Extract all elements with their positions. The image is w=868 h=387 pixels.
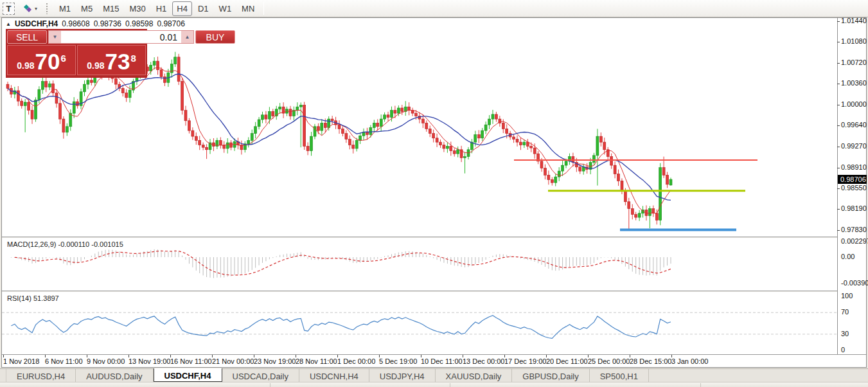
sell-button[interactable]: SELL (7, 30, 47, 44)
tab-eurusd-h4[interactable]: EURUSD,H4 (6, 369, 76, 382)
date-axis-label: 5 Dec 19:00 (379, 357, 417, 365)
date-axis-label: 28 Nov 11:00 (296, 357, 337, 365)
price-axis-label: 0.99270 (841, 142, 867, 150)
date-axis-label: 16 Nov 11:00 (170, 357, 212, 365)
timeframe-button-m15[interactable]: M15 (98, 1, 123, 16)
timeframe-button-m1[interactable]: M1 (55, 1, 75, 16)
price-axis-label: 1.01080 (841, 37, 867, 45)
tab-sp500-h1[interactable]: SP500,H1 (590, 369, 649, 382)
date-axis-label: 1 Dec 00:00 (337, 357, 375, 365)
rsi-label: RSI(14) 51.3897 (7, 294, 59, 302)
timeframe-button-m30[interactable]: M30 (125, 1, 150, 16)
price-axis-label: 0.98190 (841, 204, 867, 212)
price-axis-label: 0.98550 (841, 184, 867, 192)
quote-low: 0.98598 (125, 19, 153, 28)
buy-price-pip: 8 (130, 46, 136, 71)
date-axis-label: 17 Dec 19:00 (504, 357, 546, 365)
chevron-down-icon: ▾ (35, 6, 37, 12)
rsi-pane[interactable] (2, 292, 837, 354)
date-axis-label: 13 Nov 19:00 (128, 357, 170, 365)
timeframe-bar: M1M5M15M30H1H4D1W1MN (54, 1, 260, 16)
quote-open: 0.98608 (62, 19, 89, 28)
buy-price-display[interactable]: 0.98 73 8 (77, 45, 146, 75)
macd-pane[interactable] (2, 239, 837, 291)
chart-tab-bar: EURUSD,H4AUDUSD,DailyUSDCHF,H4USDCAD,Dai… (0, 368, 868, 382)
price-tick (837, 168, 840, 168)
timeframe-button-d1[interactable]: D1 (193, 1, 213, 16)
price-tick (837, 209, 840, 210)
rsi-value: 51.3897 (33, 294, 59, 302)
timeframe-button-h1[interactable]: H1 (152, 1, 172, 16)
tab-gbpusd-daily[interactable]: GBPUSD,Daily (512, 369, 589, 382)
price-tick (837, 125, 840, 126)
tab-usdcad-daily[interactable]: USDCAD,Daily (222, 369, 299, 382)
price-tick (837, 230, 840, 231)
date-axis-label: 10 Dec 11:00 (421, 357, 463, 365)
macd-values: -0.000110 -0.001015 (58, 240, 123, 248)
price-tick (837, 147, 840, 147)
one-click-trading-panel: SELL ▼ ▲ BUY 0.98 70 6 0.98 73 8 (6, 29, 147, 78)
statusbar-divider (270, 383, 270, 387)
volume-spinner: ▼ ▲ (48, 30, 194, 44)
volume-input[interactable] (61, 31, 181, 43)
price-tick (837, 42, 840, 42)
price-axis-label: 0.99640 (841, 121, 867, 129)
current-price-marker: 0.98706 (838, 175, 867, 184)
price-tick (837, 84, 840, 84)
status-bar (0, 382, 868, 387)
price-axis-label: 0.98910 (841, 163, 867, 171)
price-tick (837, 105, 840, 105)
price-axis-label: 1.00360 (841, 79, 867, 87)
text-tool-button[interactable]: T (3, 3, 15, 15)
sell-price-main: 70 (35, 51, 60, 72)
quote-high: 0.98736 (94, 19, 121, 28)
sell-price-pip: 6 (60, 46, 66, 71)
tab-xauusd-daily[interactable]: XAUUSD,Daily (436, 369, 513, 382)
chart-title: ▲ USDCHF,H4 0.98608 0.98736 0.98598 0.98… (6, 19, 185, 28)
chart-symbol-period: USDCHF,H4 (15, 19, 58, 28)
macd-axis-label: 0.002297 (841, 237, 868, 245)
price-axis-label: 1.00000 (841, 100, 867, 108)
price-axis-label: 1.00720 (841, 59, 867, 66)
macd-label: MACD(12,26,9) -0.000110 -0.001015 (7, 240, 123, 248)
toolbar-drag-handle[interactable] (46, 3, 49, 14)
macd-axis-label: 0.00 (841, 253, 855, 260)
price-axis[interactable]: 1.014401.010801.007201.003601.000000.996… (837, 18, 866, 354)
panel-toggle-icon[interactable]: ▲ (6, 21, 11, 27)
price-tick (837, 21, 840, 22)
buy-price-base: 0.98 (87, 59, 104, 72)
tab-usdjpy-h4[interactable]: USDJPY,H4 (369, 369, 436, 382)
timeframe-button-h4[interactable]: H4 (172, 1, 192, 16)
statusbar-divider (450, 383, 450, 387)
tab-usdcnh-h4[interactable]: USDCNH,H4 (299, 369, 369, 382)
volume-increase-button[interactable]: ▲ (181, 31, 193, 43)
price-tick (837, 63, 840, 64)
timeframe-button-mn[interactable]: MN (237, 1, 259, 16)
price-axis-label: 1.01440 (841, 17, 867, 24)
timeframe-button-m5[interactable]: M5 (76, 1, 97, 16)
price-axis-label: 0.97830 (841, 226, 867, 233)
date-axis-label: 25 Dec 00:00 (588, 357, 630, 365)
date-axis-label: 9 Nov 00:00 (87, 357, 125, 365)
date-axis[interactable]: 1 Nov 20186 Nov 11:009 Nov 00:0013 Nov 1… (2, 354, 866, 367)
date-axis-label: 23 Nov 19:00 (254, 357, 296, 365)
date-axis-label: 21 Nov 00:00 (212, 357, 254, 365)
sell-price-display[interactable]: 0.98 70 6 (7, 45, 76, 75)
macd-axis-label: -0.003904 (841, 279, 868, 287)
date-axis-label: 13 Dec 00:00 (463, 357, 504, 365)
tabbar-left-pad (0, 369, 6, 382)
buy-button[interactable]: BUY (195, 30, 235, 44)
toolbar-separator (263, 2, 264, 15)
tab-usdchf-h4[interactable]: USDCHF,H4 (154, 368, 222, 382)
chart-window: ▲ USDCHF,H4 0.98608 0.98736 0.98598 0.98… (1, 17, 867, 368)
indicators-button[interactable]: ▾ (21, 2, 39, 15)
timeframe-button-w1[interactable]: W1 (215, 1, 236, 16)
indicator-arrows-icon (22, 3, 33, 14)
buy-price-main: 73 (105, 51, 130, 72)
volume-decrease-button[interactable]: ▼ (49, 31, 61, 43)
rsi-axis-label: 70 (841, 308, 849, 316)
rsi-axis-label: 30 (841, 330, 849, 338)
rsi-axis-label: 100 (841, 292, 853, 300)
top-toolbar: T ▾ M1M5M15M30H1H4D1W1MN (0, 0, 868, 17)
tab-audusd-daily[interactable]: AUDUSD,Daily (76, 369, 153, 382)
